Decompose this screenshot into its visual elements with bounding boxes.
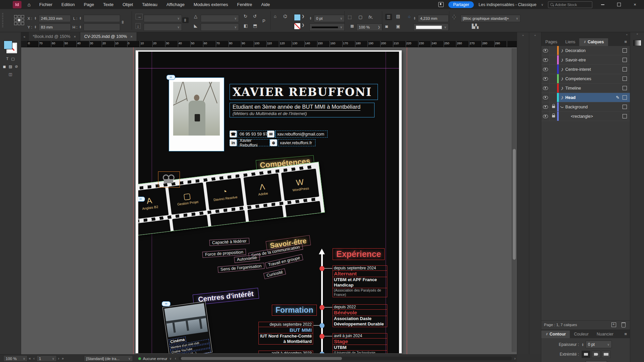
last-page-button[interactable]: » <box>60 357 65 360</box>
cv-name[interactable]: XAVIER REBUFFONI <box>230 84 378 100</box>
menu-affichage[interactable]: Affichage <box>166 2 185 7</box>
w-field[interactable] <box>84 15 120 22</box>
layer-row-background[interactable]: ❯Background <box>541 102 630 112</box>
vertical-scrollbar[interactable] <box>512 48 516 352</box>
tab-book-close-icon[interactable]: × <box>74 35 76 39</box>
apply-gradient-icon[interactable]: ▨ <box>9 64 12 69</box>
stroke-swatch[interactable] <box>294 23 301 30</box>
gradient-panel-icon[interactable] <box>633 40 641 46</box>
reference-point-proxy[interactable] <box>14 15 24 25</box>
h-field[interactable] <box>84 23 120 31</box>
page[interactable]: ∞ XAVIER REBUFFONI Etudiant en 3ème anné… <box>136 50 402 353</box>
delete-layer-button[interactable] <box>622 322 626 327</box>
email-address[interactable]: xav.rebuffoni@gmail.com <box>275 131 328 138</box>
horizontal-scrollbar-thumb[interactable] <box>181 357 342 360</box>
formation-heading[interactable]: Formation <box>272 305 317 316</box>
fill-menu-arrow[interactable]: ❯ <box>302 14 304 18</box>
tag-capacite[interactable]: Capacité à fédérer <box>209 238 250 246</box>
tag-autonomie[interactable]: Autonomie <box>234 254 260 263</box>
select-container-icon[interactable]: ⌂ <box>274 14 277 19</box>
formation-entry[interactable]: août à décembre 2023 <box>258 351 313 353</box>
chevron-down-icon[interactable]: ∨ <box>541 3 543 6</box>
restore-button[interactable] <box>613 0 625 9</box>
horizontal-ruler[interactable]: 8070605040302010010203040506070809010011… <box>21 41 517 47</box>
layer-row-competences[interactable]: ❯Competences <box>541 74 630 84</box>
visibility-toggle[interactable] <box>541 105 549 109</box>
skill-wordpress[interactable]: WWordPress <box>281 169 319 201</box>
adobe-stock-search[interactable]: Adobe Stock <box>548 1 592 8</box>
tab-couleur[interactable]: Couleur <box>570 330 593 338</box>
wrap-over-icon[interactable]: ▣ <box>396 24 400 29</box>
tag-travail-groupe[interactable]: Travail en groupe <box>265 254 303 269</box>
rotation-field[interactable]: ∨ <box>201 15 239 22</box>
visibility-toggle[interactable] <box>541 77 549 81</box>
tab-cv2025-close-icon[interactable]: × <box>130 35 132 39</box>
skill-anglais[interactable]: AAnglais B2 <box>138 187 169 219</box>
lock-toggle[interactable] <box>549 74 557 83</box>
apply-color-icon[interactable]: ◼ <box>3 64 6 69</box>
visibility-toggle[interactable] <box>541 87 549 90</box>
layer-row-decoration[interactable]: ❯Decoration <box>541 46 630 55</box>
experience-entry[interactable]: depuis septembre 2024 Alternant UTBM et … <box>333 265 387 297</box>
menu-fichier[interactable]: Fichier <box>39 2 52 7</box>
layer-row-timeline[interactable]: ❯Timeline <box>541 84 630 93</box>
layer-row-head[interactable]: ❯Head ✎ <box>541 93 630 102</box>
lock-toggle[interactable] <box>549 46 557 55</box>
menu-fenetre[interactable]: Fenêtre <box>237 2 252 7</box>
lock-toggle[interactable] <box>549 102 557 111</box>
menu-edition[interactable]: Edition <box>61 2 75 7</box>
apply-none-icon[interactable]: ⊘ <box>15 64 18 69</box>
tab-collapse-icon[interactable]: « <box>21 35 29 41</box>
lock-toggle[interactable] <box>549 112 557 121</box>
preflight-profile-select[interactable]: [Standard] (de tra...∨ <box>84 355 133 362</box>
menu-page[interactable]: Page <box>84 2 94 7</box>
stroke-weight-select[interactable]: 0 pt∨ <box>314 15 345 22</box>
tag-curiosite[interactable]: Curiosité <box>263 268 286 279</box>
menu-aide[interactable]: Aide <box>261 2 270 7</box>
formatting-container-icon[interactable]: ▢ <box>11 57 14 61</box>
home-icon[interactable]: ⌂ <box>28 2 31 7</box>
camera-decoration-frame[interactable] <box>158 171 180 188</box>
target-square[interactable] <box>623 48 627 53</box>
next-page-button[interactable]: › <box>57 357 60 360</box>
collapse-icon[interactable]: « <box>630 32 644 37</box>
object-style-select[interactable]: [Bloc graphique standard]+∨ <box>460 15 521 22</box>
wrap-jump-icon[interactable]: ◙ <box>385 24 388 29</box>
tab-contour[interactable]: ⇕Contour <box>541 330 570 338</box>
screen-mode-icon[interactable]: ◫ <box>9 72 12 76</box>
skill-adobe[interactable]: ΛAdobe <box>244 173 282 205</box>
wrap-offset-stepper[interactable]: ▲▼ <box>413 15 417 21</box>
formatting-text-icon[interactable]: T <box>6 57 8 61</box>
wrap-around-icon[interactable]: ▤ <box>396 14 400 19</box>
ruler-corner[interactable] <box>21 41 28 47</box>
page-number-field[interactable]: 1∨ <box>37 355 57 362</box>
tab-cv2025[interactable]: CV-2025.indd @ 100% × <box>80 32 137 41</box>
lock-toggle[interactable] <box>549 84 557 93</box>
target-square[interactable] <box>623 67 627 71</box>
corner-options-icon[interactable]: ⬚ <box>348 14 352 19</box>
experience-heading[interactable]: Expérience <box>333 248 385 260</box>
target-square[interactable] <box>623 76 627 81</box>
share-screen-icon[interactable] <box>438 2 444 7</box>
rotate-cw-icon[interactable]: ↻ <box>244 14 247 19</box>
target-square[interactable] <box>623 58 627 62</box>
visibility-toggle[interactable] <box>541 115 549 118</box>
prev-page-button[interactable]: ‹ <box>32 357 36 360</box>
target-square[interactable] <box>623 114 627 118</box>
link-icon[interactable]: ∞ <box>166 75 175 80</box>
layer-row-centre-interet[interactable]: ❯Centre-interet <box>541 65 630 74</box>
stroke-type-select[interactable]: ∨ <box>309 23 345 31</box>
vertical-scrollbar-thumb[interactable] <box>513 149 516 260</box>
panel-menu-icon[interactable]: ≡ <box>621 331 630 338</box>
globe-icon[interactable]: ⊕ <box>270 139 277 146</box>
flip-v-icon[interactable]: ⬒ <box>253 23 257 28</box>
close-button[interactable]: × <box>629 0 641 9</box>
layer-row-rectangle[interactable]: <rectangle> <box>541 112 630 121</box>
menu-objet[interactable]: Objet <box>122 2 133 7</box>
x-stepper[interactable]: ▲▼ <box>34 15 38 21</box>
wrap-none-icon[interactable]: ☰ <box>385 14 392 20</box>
miter-field[interactable]: 4 <box>586 360 607 362</box>
scale-x-field[interactable]: ∨ <box>144 15 182 22</box>
visibility-toggle[interactable] <box>541 49 549 52</box>
menu-tableau[interactable]: Tableau <box>142 2 157 7</box>
